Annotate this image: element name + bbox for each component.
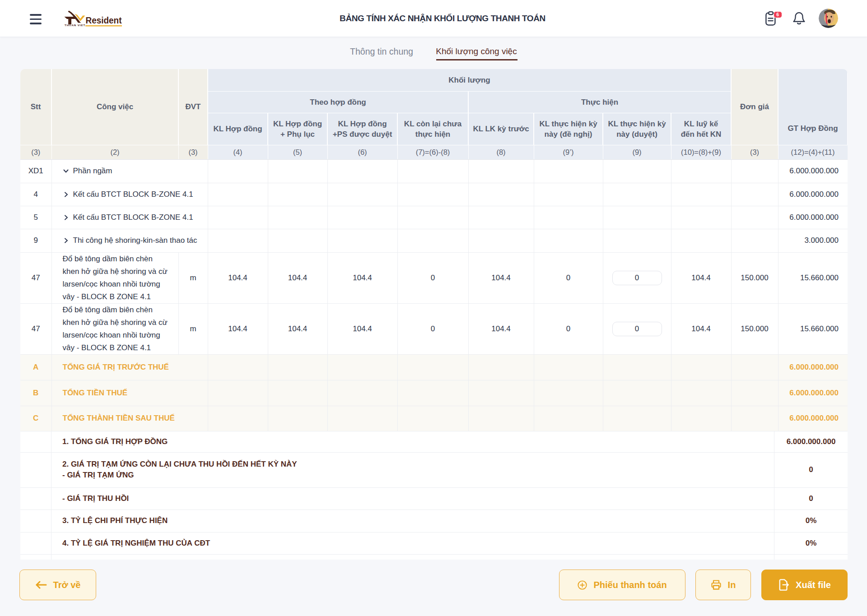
svg-text:THUAN VIET: THUAN VIET [65, 23, 85, 27]
svg-text:Resident: Resident [86, 15, 122, 25]
